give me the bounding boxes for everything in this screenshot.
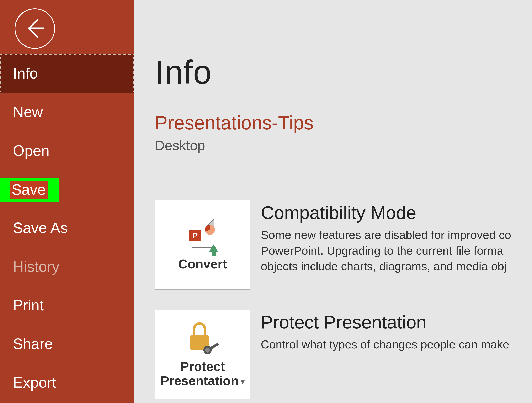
section-desc-line: Some new features are disabled for impro…: [261, 227, 532, 243]
nav-item-export[interactable]: Export: [0, 363, 134, 402]
nav-label: Print: [13, 297, 44, 314]
nav-label: Export: [13, 374, 56, 391]
tile-label: Convert: [178, 257, 227, 271]
nav-item-history: History: [0, 247, 134, 286]
section-text: Compatibility Mode Some new features are…: [261, 200, 532, 274]
backstage-sidebar: Info New Open Save Save As History Print…: [0, 0, 134, 403]
nav-item-open[interactable]: Open: [0, 131, 134, 170]
file-name: Presentations-Tips: [155, 112, 532, 134]
chevron-down-icon: ▾: [241, 377, 245, 386]
nav-item-save[interactable]: Save: [0, 170, 134, 208]
tutorial-highlight: Save: [0, 178, 59, 202]
protect-presentation-button[interactable]: Protect Presentation▾: [155, 309, 250, 399]
nav-label: Open: [13, 142, 50, 159]
file-location: Desktop: [155, 138, 532, 153]
nav-label: Share: [13, 335, 53, 352]
section-title: Compatibility Mode: [261, 202, 532, 223]
nav-label: Info: [13, 65, 38, 82]
nav-label: Save: [10, 181, 48, 199]
nav-label: History: [13, 258, 59, 275]
section-desc-line: PowerPoint. Upgrading to the current fil…: [261, 243, 532, 259]
section-compatibility: P Convert Compatibility Mode Some new fe…: [155, 200, 532, 290]
nav-item-share[interactable]: Share: [0, 324, 134, 363]
nav-item-save-as[interactable]: Save As: [0, 208, 134, 247]
convert-icon: P: [189, 219, 216, 250]
page-title: Info: [155, 53, 532, 91]
back-arrow-icon: [22, 16, 47, 42]
info-panel: Info Presentations-Tips Desktop P Conver…: [134, 0, 532, 403]
nav-item-new[interactable]: New: [0, 93, 134, 131]
nav-label: New: [13, 103, 43, 120]
back-button[interactable]: [14, 8, 55, 49]
nav-item-info[interactable]: Info: [0, 54, 134, 93]
nav-label: Save As: [13, 219, 68, 236]
section-protect: Protect Presentation▾ Protect Presentati…: [155, 309, 532, 399]
lock-key-icon: [187, 321, 218, 352]
nav-item-print[interactable]: Print: [0, 286, 134, 324]
section-title: Protect Presentation: [261, 312, 532, 333]
tile-label: Protect Presentation▾: [161, 359, 245, 388]
section-desc-line: objects include charts, diagrams, and me…: [261, 258, 532, 274]
convert-button[interactable]: P Convert: [155, 200, 250, 290]
section-desc-line: Control what types of changes people can…: [261, 337, 532, 352]
section-text: Protect Presentation Control what types …: [261, 309, 532, 352]
